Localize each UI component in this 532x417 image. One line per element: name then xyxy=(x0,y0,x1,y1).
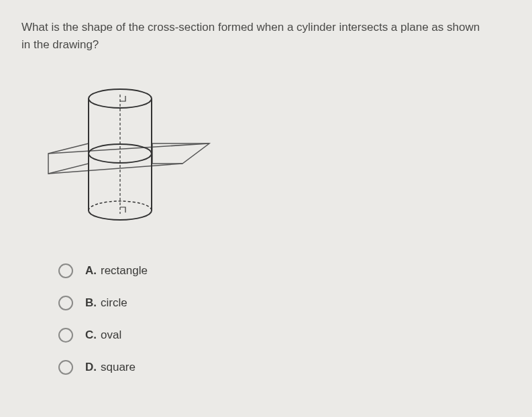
radio-icon xyxy=(58,296,73,310)
radio-icon xyxy=(58,360,73,375)
option-text: rectangle xyxy=(101,264,148,278)
option-letter: C. xyxy=(85,329,97,342)
option-text: circle xyxy=(101,296,127,310)
radio-icon xyxy=(58,263,73,278)
option-letter: D. xyxy=(85,361,97,374)
option-c[interactable]: C. oval xyxy=(58,328,511,343)
option-a[interactable]: A. rectangle xyxy=(58,263,511,278)
svg-marker-0 xyxy=(48,143,89,174)
option-d[interactable]: D. square xyxy=(58,360,511,375)
option-letter: A. xyxy=(85,264,97,278)
option-b[interactable]: B. circle xyxy=(58,296,511,310)
radio-icon xyxy=(58,328,73,343)
options-group: A. rectangle B. circle C. oval D. square xyxy=(58,263,511,375)
option-text: oval xyxy=(101,329,121,342)
option-letter: B. xyxy=(85,296,97,310)
option-text: square xyxy=(101,361,136,374)
cylinder-diagram xyxy=(35,80,511,230)
question-text: What is the shape of the cross-section f… xyxy=(21,19,491,53)
